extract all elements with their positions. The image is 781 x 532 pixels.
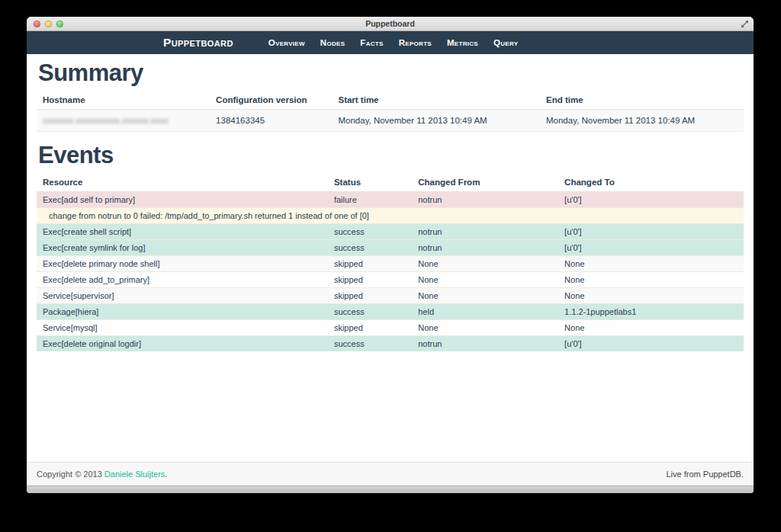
event-row: Exec[delete add_to_primary]skippedNoneNo… — [37, 272, 744, 288]
event-status: success — [328, 240, 412, 256]
nav-item-facts[interactable]: Facts — [352, 38, 390, 47]
event-changed-to: None — [558, 256, 744, 272]
event-changed-to: None — [558, 272, 744, 288]
summary-col-start-time: Start time — [332, 91, 540, 110]
nav-item-reports[interactable]: Reports — [391, 38, 439, 47]
event-resource: Exec[delete add_to_primary] — [37, 272, 328, 288]
event-status: skipped — [328, 256, 412, 272]
fullscreen-icon[interactable] — [740, 19, 750, 29]
event-status: skipped — [328, 272, 412, 288]
event-failure-message: change from notrun to 0 failed: /tmp/add… — [37, 208, 744, 224]
event-status: success — [328, 304, 412, 320]
puppetdb-status-text: Live from PuppetDB. — [667, 470, 744, 479]
zoom-window-button[interactable] — [56, 21, 63, 27]
event-row: Service[mysql]skippedNoneNone — [37, 320, 744, 336]
nav-item-nodes[interactable]: Nodes — [313, 38, 352, 47]
event-row: Exec[delete original logdir]successnotru… — [37, 336, 744, 352]
event-message-row: change from notrun to 0 failed: /tmp/add… — [37, 208, 744, 224]
events-heading: Events — [38, 142, 744, 169]
event-resource: Exec[create shell script] — [37, 224, 328, 240]
summary-row: xxxxxxx.xxxxxxxxxx.xxxxxx.xxxx 138416334… — [37, 110, 744, 132]
events-col-changed-to: Changed To — [558, 174, 744, 192]
event-row: Exec[add self to primary]failurenotrun[u… — [37, 192, 744, 208]
event-row: Exec[delete primary node shell]skippedNo… — [37, 256, 744, 272]
summary-col-hostname: Hostname — [37, 91, 210, 110]
event-row: Package[hiera]successheld1.1.2-1puppetla… — [37, 304, 744, 320]
event-row: Exec[create symlink for log]successnotru… — [37, 240, 744, 256]
summary-table: Hostname Configuration version Start tim… — [37, 91, 744, 132]
event-changed-to: [u'0'] — [558, 224, 744, 240]
event-changed-to: None — [558, 288, 744, 304]
minimize-window-button[interactable] — [45, 21, 52, 27]
event-changed-from: None — [412, 320, 558, 336]
event-status: skipped — [328, 288, 412, 304]
copyright-suffix: . — [165, 470, 167, 479]
end-time-value: Monday, November 11 2013 10:49 AM — [540, 110, 744, 132]
copyright-text: Copyright © 2013 Daniele Sluijters. — [37, 470, 167, 479]
navbar-items: OverviewNodesFactsReportsMetricsQuery — [261, 38, 526, 47]
event-changed-from: None — [412, 288, 558, 304]
summary-heading: Summary — [38, 59, 744, 87]
close-window-button[interactable] — [34, 21, 40, 27]
event-resource: Package[hiera] — [37, 304, 328, 320]
navbar-brand[interactable]: Puppetboard — [163, 36, 233, 50]
events-col-changed-from: Changed From — [412, 174, 558, 192]
event-resource: Exec[create symlink for log] — [37, 240, 328, 256]
traffic-lights — [34, 21, 63, 27]
summary-col-end-time: End time — [540, 91, 744, 110]
events-table-body: Exec[add self to primary]failurenotrun[u… — [37, 192, 744, 352]
event-changed-from: held — [412, 304, 558, 320]
event-changed-from: notrun — [412, 336, 558, 352]
event-row: Exec[create shell script]successnotrun[u… — [37, 224, 744, 240]
summary-header-row: Hostname Configuration version Start tim… — [37, 91, 744, 110]
window-bottom-chrome[interactable] — [27, 486, 754, 493]
author-link[interactable]: Daniele Sluijters — [104, 470, 165, 479]
event-changed-to: [u'0'] — [558, 240, 744, 256]
event-status: failure — [328, 192, 412, 208]
event-resource: Service[mysql] — [37, 320, 328, 336]
event-resource: Exec[add self to primary] — [37, 192, 328, 208]
event-resource: Service[supervisor] — [37, 288, 328, 304]
event-changed-to: [u'0'] — [558, 192, 744, 208]
configuration-version-value: 1384163345 — [210, 110, 332, 132]
window-title: Puppetboard — [27, 17, 754, 31]
event-changed-from: notrun — [412, 240, 558, 256]
event-resource: Exec[delete original logdir] — [37, 336, 328, 352]
nav-item-overview[interactable]: Overview — [261, 38, 313, 47]
event-changed-to: None — [558, 320, 744, 336]
page-footer: Copyright © 2013 Daniele Sluijters. Live… — [27, 462, 754, 486]
summary-col-config-version: Configuration version — [210, 91, 332, 110]
browser-window: Puppetboard Puppetboard OverviewNodesFac… — [27, 17, 754, 493]
event-changed-from: notrun — [412, 192, 558, 208]
event-resource: Exec[delete primary node shell] — [37, 256, 328, 272]
hostname-value-redacted: xxxxxxx.xxxxxxxxxx.xxxxxx.xxxx — [43, 116, 169, 125]
events-col-status: Status — [328, 174, 412, 192]
events-table: Resource Status Changed From Changed To … — [37, 174, 744, 351]
event-changed-from: None — [412, 272, 558, 288]
events-col-resource: Resource — [37, 174, 328, 192]
copyright-prefix: Copyright © 2013 — [37, 470, 104, 479]
start-time-value: Monday, November 11 2013 10:49 AM — [332, 110, 540, 132]
main-navbar: Puppetboard OverviewNodesFactsReportsMet… — [27, 31, 754, 54]
events-header-row: Resource Status Changed From Changed To — [37, 174, 744, 192]
window-titlebar[interactable]: Puppetboard — [27, 17, 754, 31]
nav-item-query[interactable]: Query — [486, 38, 525, 47]
event-status: skipped — [328, 320, 412, 336]
nav-item-metrics[interactable]: Metrics — [439, 38, 486, 47]
event-changed-to: 1.1.2-1puppetlabs1 — [558, 304, 744, 320]
page-content: Summary Hostname Configuration version S… — [27, 54, 754, 462]
event-changed-to: [u'0'] — [558, 336, 744, 352]
event-changed-from: notrun — [412, 224, 558, 240]
event-row: Service[supervisor]skippedNoneNone — [37, 288, 744, 304]
event-changed-from: None — [412, 256, 558, 272]
event-status: success — [328, 336, 412, 352]
event-status: success — [328, 224, 412, 240]
